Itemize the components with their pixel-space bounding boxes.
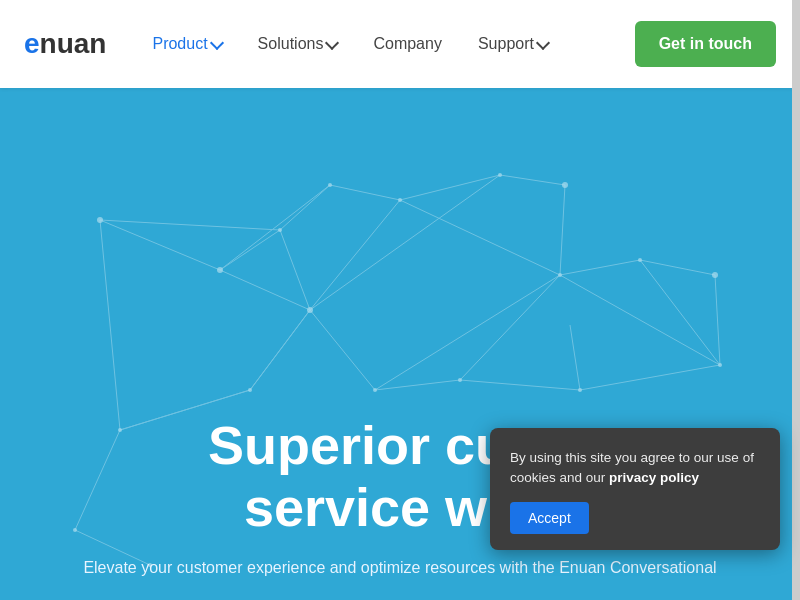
logo-rest-text: nuan: [40, 28, 107, 60]
accept-button[interactable]: Accept: [510, 502, 589, 534]
svg-line-31: [580, 365, 720, 390]
svg-line-32: [460, 380, 580, 390]
svg-point-39: [498, 173, 502, 177]
scrollbar[interactable]: [792, 0, 800, 600]
logo[interactable]: e nuan: [24, 28, 106, 60]
cookie-text: By using this site you agree to our use …: [510, 448, 760, 489]
svg-line-6: [330, 185, 400, 200]
logo-e-letter: e: [24, 28, 40, 60]
svg-line-20: [560, 275, 720, 365]
privacy-policy-link[interactable]: privacy policy: [609, 470, 699, 485]
svg-line-18: [715, 275, 720, 365]
svg-point-45: [248, 388, 252, 392]
svg-point-35: [278, 228, 282, 232]
svg-line-5: [280, 185, 330, 230]
svg-point-38: [398, 198, 402, 202]
svg-line-14: [560, 185, 565, 275]
svg-line-13: [500, 175, 565, 185]
svg-point-43: [712, 272, 718, 278]
svg-point-41: [558, 273, 562, 277]
svg-line-19: [640, 260, 720, 365]
svg-point-42: [638, 258, 642, 262]
svg-line-21: [310, 200, 400, 310]
svg-point-34: [217, 267, 223, 273]
svg-line-15: [400, 200, 560, 275]
svg-point-40: [562, 182, 568, 188]
nav-menu: Product Solutions Company Support: [138, 27, 634, 61]
svg-line-17: [640, 260, 715, 275]
navbar: e nuan Product Solutions Company Support…: [0, 0, 800, 88]
svg-point-37: [328, 183, 332, 187]
nav-item-product[interactable]: Product: [138, 27, 235, 61]
svg-line-22: [310, 175, 500, 310]
svg-line-1: [220, 230, 280, 270]
svg-line-16: [560, 260, 640, 275]
get-in-touch-button[interactable]: Get in touch: [635, 21, 776, 67]
hero-subtitle: Elevate your customer experience and opt…: [40, 556, 760, 580]
svg-point-33: [97, 217, 103, 223]
svg-line-2: [280, 230, 310, 310]
svg-line-0: [100, 220, 220, 270]
svg-point-48: [458, 378, 462, 382]
chevron-down-icon: [536, 35, 550, 49]
nav-item-company[interactable]: Company: [359, 27, 455, 61]
svg-line-4: [100, 220, 280, 230]
cookie-banner: By using this site you agree to our use …: [490, 428, 780, 551]
svg-line-30: [570, 325, 580, 390]
svg-line-3: [220, 270, 310, 310]
nav-item-solutions[interactable]: Solutions: [244, 27, 352, 61]
chevron-down-icon: [210, 35, 224, 49]
nav-item-support[interactable]: Support: [464, 27, 562, 61]
svg-point-36: [307, 307, 313, 313]
svg-point-49: [578, 388, 582, 392]
svg-line-10: [100, 220, 120, 430]
svg-point-44: [718, 363, 722, 367]
chevron-down-icon: [325, 35, 339, 49]
svg-line-11: [250, 310, 310, 390]
svg-line-12: [400, 175, 500, 200]
svg-line-24: [310, 310, 375, 390]
svg-point-47: [373, 388, 377, 392]
